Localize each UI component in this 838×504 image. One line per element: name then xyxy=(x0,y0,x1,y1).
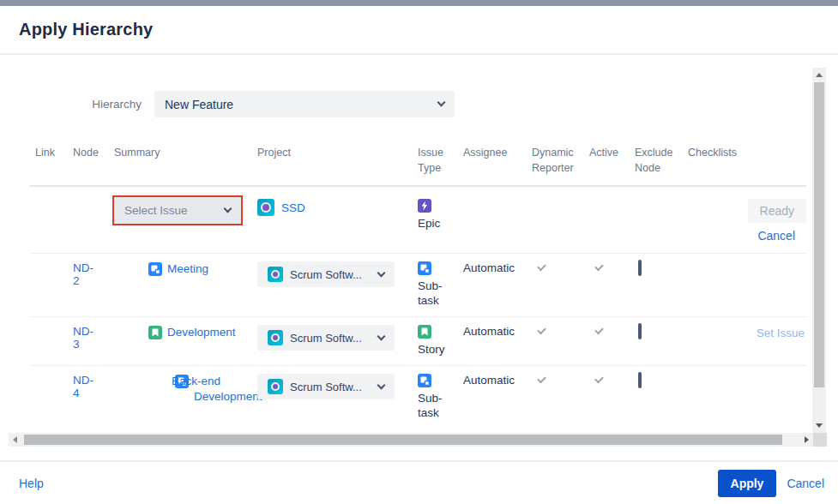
chevron-down-icon xyxy=(377,332,386,340)
story-icon xyxy=(418,325,431,339)
subtask-icon xyxy=(148,262,162,276)
select-issue-placeholder: Select Issue xyxy=(124,204,188,217)
cell-issue-type: Sub- task xyxy=(413,374,458,420)
cell-node: ND- 2 xyxy=(68,261,109,287)
col-header-issue-type: Issue Type xyxy=(413,145,458,176)
issue-type-label: Story xyxy=(418,342,458,357)
project-select-value: Scrum Softw... xyxy=(290,268,362,281)
col-header-exclude-node: Exclude Node xyxy=(630,145,683,176)
assignee-value: Automatic xyxy=(463,325,515,338)
col-header-active: Active xyxy=(584,145,630,160)
cell-issue-type: Story xyxy=(413,325,458,357)
table-header-row: Link Node Summary Project Issue Type Ass… xyxy=(30,145,806,187)
cell-dynamic-reporter xyxy=(527,325,584,338)
cell-summary: Select Issue xyxy=(109,195,252,225)
scroll-left-arrow-icon[interactable] xyxy=(13,436,17,443)
select-issue-dropdown[interactable]: Select Issue xyxy=(114,197,241,224)
exclude-node-checkbox[interactable] xyxy=(638,323,642,339)
set-issue-link[interactable]: Set Issue xyxy=(757,327,805,339)
cell-exclude-node xyxy=(630,325,683,338)
cell-node: ND- 3 xyxy=(68,325,109,351)
chevron-down-icon xyxy=(377,381,386,389)
apply-button[interactable]: Apply xyxy=(718,470,777,497)
issue-type-label: Sub- task xyxy=(418,391,458,420)
exclude-node-checkbox[interactable] xyxy=(638,260,642,276)
scroll-right-arrow-icon[interactable] xyxy=(805,436,809,443)
epic-icon xyxy=(418,199,431,213)
cell-issue-type: Epic xyxy=(413,195,458,231)
chevron-down-icon xyxy=(224,205,232,213)
table-row-new-issue: Select Issue SSD Epic xyxy=(30,187,806,254)
cell-dynamic-reporter xyxy=(527,374,584,387)
cell-project: Scrum Softw... xyxy=(252,374,413,399)
col-header-checklists: Checklists xyxy=(683,145,733,160)
row-cancel-link[interactable]: Cancel xyxy=(757,229,795,243)
cell-assignee: Automatic xyxy=(458,325,527,338)
col-header-node: Node xyxy=(68,145,109,160)
cell-actions: Set Issue xyxy=(733,325,806,339)
col-header-summary: Summary xyxy=(109,145,252,160)
project-select[interactable]: Scrum Softw... xyxy=(257,261,395,287)
hierarchy-field-row: Hierarchy New Feature xyxy=(88,91,812,117)
project-select-value: Scrum Softw... xyxy=(290,332,362,345)
ready-button[interactable]: Ready xyxy=(748,199,806,223)
subtask-icon xyxy=(418,261,431,275)
cell-active xyxy=(584,325,630,338)
hierarchy-select-value: New Feature xyxy=(165,98,233,111)
assignee-value: Automatic xyxy=(463,374,515,387)
cell-summary: Back-end Development xyxy=(109,374,252,405)
cell-project: Scrum Softw... xyxy=(252,261,413,287)
cell-assignee: Automatic xyxy=(458,374,527,387)
col-header-link: Link xyxy=(30,145,68,160)
horizontal-scrollbar-thumb[interactable] xyxy=(24,435,782,445)
table-row-nd2: ND- 2 Meeting Scrum Softw... xyxy=(30,254,806,317)
vertical-scrollbar[interactable] xyxy=(812,68,826,433)
chevron-down-icon xyxy=(377,268,386,277)
vertical-scrollbar-thumb[interactable] xyxy=(814,82,824,387)
help-link[interactable]: Help xyxy=(19,477,44,490)
summary-link[interactable]: Development xyxy=(167,325,236,340)
page-title: Apply Hierarchy xyxy=(19,20,153,39)
cell-node: ND- 4 xyxy=(68,374,109,399)
cell-actions: Ready Cancel xyxy=(733,195,806,243)
horizontal-scrollbar[interactable] xyxy=(9,433,813,447)
hierarchy-select[interactable]: New Feature xyxy=(154,91,455,117)
project-select[interactable]: Scrum Softw... xyxy=(257,325,395,351)
scrollbar-corner xyxy=(813,433,827,447)
cell-project: Scrum Softw... xyxy=(252,325,413,351)
node-link[interactable]: ND- 4 xyxy=(73,374,93,399)
table-row-nd4: ND- 4 Back-end Development Scrum Softw..… xyxy=(30,366,806,433)
scroll-up-arrow-icon[interactable] xyxy=(816,73,823,77)
cell-summary: Development xyxy=(109,325,252,340)
hierarchy-table: Link Node Summary Project Issue Type Ass… xyxy=(30,145,806,433)
summary-link[interactable]: Meeting xyxy=(167,261,208,277)
select-issue-highlight: Select Issue xyxy=(112,195,243,225)
project-select[interactable]: Scrum Softw... xyxy=(257,374,395,399)
cell-exclude-node xyxy=(630,261,683,274)
node-link[interactable]: ND- 2 xyxy=(73,261,93,287)
summary-link[interactable]: Back-end Development xyxy=(172,374,262,405)
node-link[interactable]: ND- 3 xyxy=(73,325,93,351)
dialog-header: Apply Hierarchy xyxy=(0,6,838,55)
col-header-project: Project xyxy=(252,145,413,160)
cell-summary: Meeting xyxy=(109,261,252,277)
cell-active xyxy=(584,261,630,274)
cell-active xyxy=(584,374,630,387)
cancel-link[interactable]: Cancel xyxy=(787,477,824,490)
exclude-node-checkbox[interactable] xyxy=(638,372,642,388)
col-header-assignee: Assignee xyxy=(458,145,527,160)
project-avatar-icon xyxy=(257,199,274,216)
subtask-icon xyxy=(418,374,431,387)
project-avatar-icon xyxy=(268,379,283,394)
window-top-strip xyxy=(0,0,838,6)
project-link[interactable]: SSD xyxy=(281,201,305,214)
dialog-scroll-area: Hierarchy New Feature Link Node Summary … xyxy=(0,57,812,433)
cell-dynamic-reporter xyxy=(527,261,584,274)
project-avatar-icon xyxy=(268,330,283,345)
project-avatar-icon xyxy=(268,267,283,282)
story-icon xyxy=(148,326,162,339)
cell-issue-type: Sub- task xyxy=(413,261,458,308)
scroll-down-arrow-icon[interactable] xyxy=(816,423,823,428)
project-select-value: Scrum Softw... xyxy=(290,381,362,393)
chevron-down-icon xyxy=(437,99,446,107)
